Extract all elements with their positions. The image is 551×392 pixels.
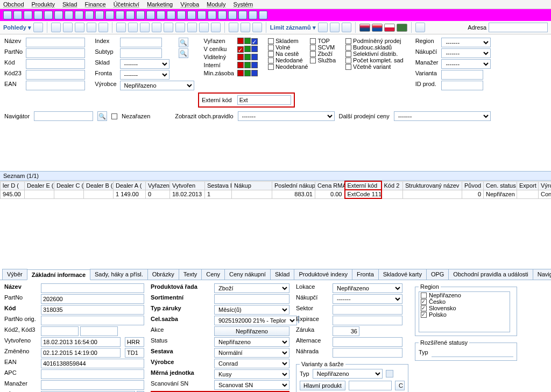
- product-grid[interactable]: ler D (Dealer E (Dealer C (Dealer B (Dea…: [0, 181, 551, 199]
- col-h[interactable]: Vytvořen: [170, 181, 205, 190]
- d-ean[interactable]: [41, 359, 144, 368]
- tv-icon[interactable]: [229, 23, 238, 32]
- menu-system[interactable]: Systém: [234, 1, 253, 8]
- d-sestava[interactable]: Normální: [214, 348, 289, 358]
- filter-ean[interactable]: [26, 81, 85, 90]
- tv-icon[interactable]: [415, 23, 425, 32]
- tb-icon[interactable]: [75, 11, 83, 19]
- tri-toggle[interactable]: [237, 54, 244, 60]
- filter-sklad[interactable]: -------: [120, 59, 169, 69]
- tb-icon[interactable]: [136, 11, 145, 19]
- chk-scvm[interactable]: [310, 45, 316, 51]
- filter-kod[interactable]: [26, 59, 85, 69]
- col-h[interactable]: Dealer C (: [54, 181, 84, 190]
- d-scansn[interactable]: Scanovat SN: [214, 380, 289, 390]
- flag-icon[interactable]: [372, 24, 383, 32]
- col-h[interactable]: Cena RMA: [315, 181, 345, 190]
- col-h[interactable]: Sestava I: [205, 181, 232, 190]
- search-icon[interactable]: 🔍: [97, 111, 107, 121]
- tab-sady[interactable]: Sady, háky a přísl.: [90, 269, 148, 280]
- tv-icon[interactable]: [318, 23, 328, 32]
- tab-vyber[interactable]: Výběr: [2, 269, 27, 280]
- tab-obrazky[interactable]: Obrázky: [147, 269, 179, 280]
- tv-icon[interactable]: [342, 23, 351, 32]
- tri-toggle[interactable]: ✓: [251, 38, 258, 45]
- search-icon[interactable]: 🔍: [179, 38, 188, 47]
- menu-moduly[interactable]: Moduly: [207, 1, 225, 8]
- tb-icon[interactable]: [105, 11, 114, 19]
- tv-icon[interactable]: [116, 23, 126, 32]
- filter-nakupci[interactable]: -------: [441, 48, 491, 58]
- d-typ3[interactable]: Nepřiřazeno: [313, 369, 383, 379]
- d-vyrobce[interactable]: Conrad: [214, 359, 289, 368]
- col-h[interactable]: Nákup: [232, 181, 272, 190]
- tv-icon[interactable]: [211, 23, 221, 32]
- tv-icon[interactable]: [152, 23, 161, 32]
- d-akce-btn[interactable]: Nepřiřazeno: [214, 326, 289, 336]
- lookup-icon[interactable]: [386, 370, 393, 377]
- filter-fronta[interactable]: -------: [120, 70, 169, 80]
- table-row[interactable]: 945.001 149.00018.02.20131883.010.00ExtC…: [1, 190, 552, 198]
- hlavprod-input[interactable]: [349, 381, 392, 390]
- tab-ceny[interactable]: Ceny: [201, 269, 225, 280]
- tb-icon[interactable]: [218, 11, 227, 19]
- tri-toggle[interactable]: [237, 38, 244, 44]
- tb-icon[interactable]: [167, 11, 175, 19]
- tab-skladkarty[interactable]: Skladové karty: [378, 269, 427, 280]
- tb-icon[interactable]: [157, 11, 165, 19]
- tab-prodindexy[interactable]: Produktové indexy: [294, 269, 352, 280]
- navigator-input[interactable]: [34, 111, 93, 121]
- filter-varianta[interactable]: [441, 70, 483, 80]
- filter-kod23[interactable]: [26, 70, 85, 80]
- chk-sluzba[interactable]: [310, 58, 316, 63]
- col-h[interactable]: Výrobc: [539, 181, 552, 190]
- tv-icon[interactable]: [140, 23, 150, 32]
- tv-icon[interactable]: [98, 23, 108, 32]
- filter-partno[interactable]: [26, 48, 85, 58]
- tv-icon[interactable]: [75, 23, 84, 32]
- menu-produkty[interactable]: Produkty: [32, 1, 55, 8]
- chk-selektiv[interactable]: [345, 51, 351, 57]
- menu-marketing[interactable]: Marketing: [147, 1, 173, 8]
- d-nazev[interactable]: [41, 283, 144, 293]
- region-chk[interactable]: [421, 293, 427, 298]
- d-manazer[interactable]: [41, 380, 144, 390]
- d-nakupci[interactable]: -------: [333, 294, 402, 304]
- chk-variant[interactable]: [345, 64, 351, 70]
- tab-obchprav[interactable]: Obchodní pravidla a události: [448, 269, 533, 280]
- chk-budouc[interactable]: [345, 45, 351, 51]
- tb-icon[interactable]: [197, 11, 206, 19]
- filter-manazer[interactable]: -------: [441, 59, 491, 69]
- region-chk[interactable]: ✓: [421, 305, 427, 311]
- d-zaruka[interactable]: [333, 326, 359, 336]
- tb-icon[interactable]: [238, 11, 247, 19]
- tri-toggle[interactable]: [251, 46, 258, 52]
- d-vytvoreno[interactable]: [41, 337, 121, 347]
- chk-top[interactable]: [310, 38, 316, 44]
- chk-podm[interactable]: [345, 38, 351, 44]
- tab-fronta[interactable]: Fronta: [352, 269, 379, 280]
- chk-neodebrane[interactable]: [268, 64, 274, 70]
- filter-region[interactable]: -------: [441, 38, 491, 47]
- adresa-input[interactable]: [489, 23, 548, 32]
- search-icon[interactable]: 🔍: [179, 48, 188, 58]
- d-kod2[interactable]: [41, 326, 79, 336]
- d-partno[interactable]: [41, 294, 144, 304]
- filter-idprod[interactable]: [441, 81, 483, 90]
- tb-icon[interactable]: [177, 11, 186, 19]
- tb-icon[interactable]: [13, 11, 22, 19]
- col-h[interactable]: Kód 2: [382, 181, 403, 190]
- d-sortimentni[interactable]: [214, 294, 289, 304]
- col-h[interactable]: Strukturovaný název: [403, 181, 462, 190]
- chk-nezaren[interactable]: [111, 113, 117, 119]
- region-chk[interactable]: ✓: [421, 312, 427, 318]
- tab-navigator[interactable]: Navigátor: [533, 269, 551, 280]
- d-kod3[interactable]: [80, 326, 118, 336]
- tb-icon[interactable]: [65, 11, 73, 19]
- tv-icon[interactable]: [51, 23, 61, 32]
- tb-icon[interactable]: [3, 11, 12, 19]
- d-kod[interactable]: [41, 305, 144, 315]
- tv-icon[interactable]: [128, 23, 138, 32]
- menu-obchod[interactable]: Obchod: [3, 1, 24, 8]
- chk-volne[interactable]: [268, 45, 274, 51]
